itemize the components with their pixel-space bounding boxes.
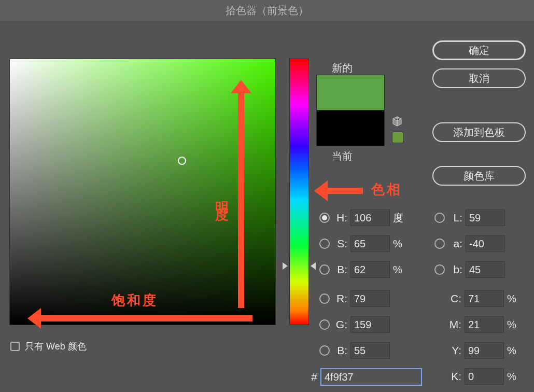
label-y: Y: xyxy=(447,344,461,357)
input-m[interactable] xyxy=(465,316,504,333)
input-b-hsb[interactable] xyxy=(350,261,390,278)
nearest-web-swatch[interactable] xyxy=(392,132,403,143)
hue-slider[interactable] xyxy=(289,59,309,325)
label-c: C: xyxy=(447,292,461,305)
web-only-checkbox[interactable] xyxy=(10,342,20,351)
brightness-label: 明度 xyxy=(213,191,231,201)
brightness-arrow xyxy=(238,90,244,308)
color-field-cursor xyxy=(178,157,186,165)
current-color-swatch[interactable] xyxy=(316,110,385,146)
label-g: G: xyxy=(333,318,347,331)
input-h[interactable] xyxy=(350,209,390,226)
label-a: a: xyxy=(448,237,462,250)
row-b-lab: b: xyxy=(434,261,505,278)
radio-g[interactable] xyxy=(319,319,330,330)
label-b-lab: b: xyxy=(448,263,462,276)
row-y: Y: % xyxy=(447,342,518,359)
cube-icon[interactable] xyxy=(392,116,402,127)
label-k: K: xyxy=(447,370,461,383)
unit-s: % xyxy=(393,238,404,250)
input-g[interactable] xyxy=(350,316,390,333)
hue-slider-thumb xyxy=(283,262,316,270)
new-color-swatch[interactable] xyxy=(316,75,385,111)
row-b-hsb: B: % xyxy=(319,261,404,278)
input-a[interactable] xyxy=(466,235,505,252)
label-b-hsb: B: xyxy=(333,263,347,276)
row-s: S: % xyxy=(319,235,404,252)
label-l: L: xyxy=(448,212,462,224)
unit-c: % xyxy=(507,293,518,305)
row-r: R: xyxy=(319,290,390,307)
radio-b-rgb[interactable] xyxy=(319,345,330,356)
input-b-rgb[interactable] xyxy=(350,342,390,359)
unit-k: % xyxy=(507,371,518,383)
content-area: 明度 饱和度 色相 新的 当前 确定 取消 添加到色板 颜色库 H: xyxy=(0,21,534,392)
saturation-label: 饱和度 xyxy=(111,291,158,310)
hue-arrow xyxy=(327,188,363,194)
label-b-rgb: B: xyxy=(333,344,347,357)
input-l[interactable] xyxy=(466,209,505,226)
input-k[interactable] xyxy=(465,368,504,385)
input-y[interactable] xyxy=(465,342,504,359)
row-c: C: % xyxy=(447,290,518,307)
unit-y: % xyxy=(507,345,518,357)
row-b-rgb: B: xyxy=(319,342,390,359)
unit-h: 度 xyxy=(393,211,404,225)
add-to-swatches-button[interactable]: 添加到色板 xyxy=(432,122,526,142)
unit-b-hsb: % xyxy=(393,264,404,276)
row-k: K: % xyxy=(447,368,518,385)
row-g: G: xyxy=(319,316,390,333)
current-color-label: 当前 xyxy=(332,149,353,163)
window-title: 拾色器（前景色） xyxy=(0,0,534,21)
row-a: a: xyxy=(434,235,505,252)
label-h: H: xyxy=(333,212,347,224)
new-color-label: 新的 xyxy=(332,61,353,75)
label-r: R: xyxy=(333,292,347,305)
color-field[interactable]: 明度 饱和度 xyxy=(9,59,276,325)
input-b-lab[interactable] xyxy=(466,261,505,278)
input-s[interactable] xyxy=(350,235,390,252)
radio-a[interactable] xyxy=(434,239,445,249)
row-m: M: % xyxy=(447,316,518,333)
unit-m: % xyxy=(507,319,518,331)
web-only-label: 只有 Web 颜色 xyxy=(25,340,87,353)
input-hex[interactable] xyxy=(320,368,422,386)
cancel-button[interactable]: 取消 xyxy=(432,68,526,88)
radio-b-hsb[interactable] xyxy=(319,264,330,275)
label-m: M: xyxy=(447,318,461,331)
radio-h[interactable] xyxy=(319,213,330,223)
hue-label: 色相 xyxy=(371,180,402,199)
input-r[interactable] xyxy=(350,290,390,307)
row-h: H: 度 xyxy=(319,209,404,226)
color-libraries-button[interactable]: 颜色库 xyxy=(432,166,526,186)
color-picker-window: 拾色器（前景色） 明度 饱和度 色相 新的 当前 确定 xyxy=(0,0,534,392)
radio-r[interactable] xyxy=(319,293,330,304)
radio-b-lab[interactable] xyxy=(434,264,445,275)
radio-l[interactable] xyxy=(434,213,445,223)
label-s: S: xyxy=(333,237,347,250)
row-l: L: xyxy=(434,209,505,226)
radio-s[interactable] xyxy=(319,239,330,249)
web-only-checkbox-row[interactable]: 只有 Web 颜色 xyxy=(10,340,87,353)
label-hex: # xyxy=(309,371,317,383)
ok-button[interactable]: 确定 xyxy=(432,40,526,60)
row-hex: # xyxy=(309,368,422,386)
saturation-arrow xyxy=(40,315,252,321)
input-c[interactable] xyxy=(465,290,504,307)
